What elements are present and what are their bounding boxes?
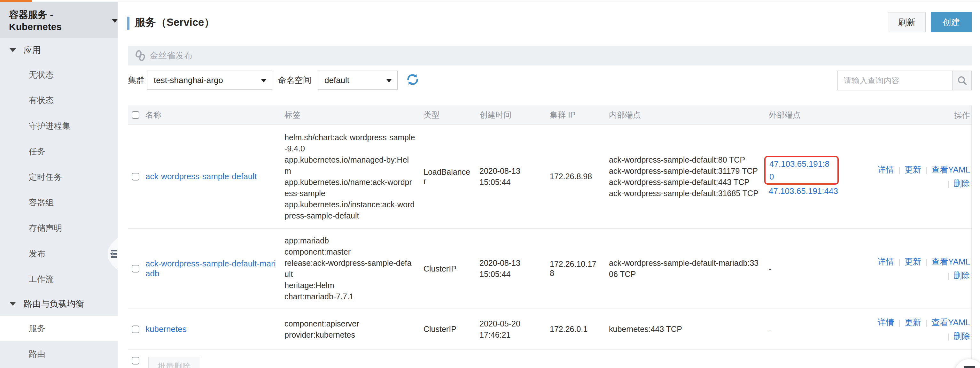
column-header-6: 外部端点 [769, 109, 847, 120]
action-separator: | [943, 179, 953, 188]
collapse-sidebar-icon [110, 249, 117, 259]
canary-release-banner[interactable]: 金丝雀发布 [128, 46, 972, 65]
external-endpoints-cell: - [769, 323, 847, 336]
row-checkbox[interactable] [132, 325, 139, 333]
action-separator: | [894, 257, 905, 266]
action-separator: | [943, 332, 953, 341]
row-checkbox[interactable] [132, 265, 139, 273]
row-checkbox[interactable] [132, 173, 139, 181]
type-cell: ClusterIP [423, 264, 479, 273]
sidebar-item-任务[interactable]: 任务 [0, 139, 118, 164]
type-cell: LoadBalancer [423, 167, 479, 186]
action-删除[interactable]: 删除 [953, 331, 970, 341]
sidebar-section-0[interactable]: 应用 [0, 38, 118, 62]
sidebar-section-label: 路由与负载均衡 [24, 298, 84, 309]
sidebar-item-无状态[interactable]: 无状态 [0, 62, 118, 87]
external-endpoint-line: - [769, 262, 839, 275]
action-查看YAML[interactable]: 查看YAML [931, 165, 970, 174]
title-accent-bar [127, 17, 129, 30]
labels-cell: app:mariadb component:master release:ack… [285, 229, 423, 309]
actions-line-2: |删除 [847, 269, 970, 282]
column-header-5: 内部端点 [609, 109, 769, 120]
footer-select-checkbox[interactable] [132, 357, 139, 365]
action-查看YAML[interactable]: 查看YAML [931, 257, 970, 266]
internal-endpoints-cell: kubernetes:443 TCP [609, 324, 769, 335]
search-input[interactable] [837, 71, 952, 90]
internal-endpoints-cell: ack-wordpress-sample-default-mariadb:330… [609, 257, 769, 280]
namespace-select[interactable]: default [318, 71, 398, 90]
action-删除[interactable]: 删除 [953, 179, 970, 188]
sidebar-item-存储声明[interactable]: 存储声明 [0, 215, 118, 241]
table-row: kubernetescomponent:apiserver provider:k… [128, 309, 971, 350]
page-header: 服务（Service） 刷新 创建 [127, 12, 972, 34]
action-详情[interactable]: 详情 [878, 317, 894, 327]
sidebar-nav: 应用无状态有状态守护进程集任务定时任务容器组存储声明发布工作流路由与负载均衡服务… [0, 38, 118, 367]
action-更新[interactable]: 更新 [905, 317, 921, 327]
external-endpoint-link[interactable]: 47.103.65.191:80 [769, 159, 829, 181]
external-endpoint-line: 47.103.65.191:80 [769, 156, 839, 185]
service-name-link[interactable]: kubernetes [145, 324, 187, 334]
namespace-select-value: default [325, 75, 349, 85]
internal-endpoints-cell: ack-wordpress-sample-default:80 TCP ack-… [609, 154, 769, 199]
sidebar-item-路由[interactable]: 路由 [0, 341, 118, 367]
brand-accent-bar [0, 0, 32, 2]
sidebar-item-发布[interactable]: 发布 [0, 241, 118, 266]
action-更新[interactable]: 更新 [905, 257, 921, 266]
sidebar-item-工作流[interactable]: 工作流 [0, 266, 118, 292]
service-name-cell: ack-wordpress-sample-default [145, 171, 285, 181]
type-cell: ClusterIP [423, 325, 479, 334]
action-separator: | [894, 165, 905, 174]
link-chain-icon [135, 50, 145, 61]
service-name-link[interactable]: ack-wordpress-sample-default [145, 171, 257, 181]
action-详情[interactable]: 详情 [878, 165, 894, 174]
row-select-cell [128, 173, 145, 181]
search-button[interactable] [952, 71, 972, 90]
service-name-link[interactable]: ack-wordpress-sample-default-mariadb [145, 259, 275, 278]
action-separator: | [921, 318, 931, 327]
table-footer: 批量删除 [128, 350, 971, 368]
batch-delete-button: 批量删除 [148, 357, 200, 368]
sidebar-item-守护进程集[interactable]: 守护进程集 [0, 113, 118, 139]
external-endpoint-line: 47.103.65.191:443 [769, 185, 839, 197]
action-删除[interactable]: 删除 [953, 271, 970, 280]
survey-icon [964, 366, 975, 368]
select-all-cell [128, 111, 145, 119]
sidebar-item-服务[interactable]: 服务 [0, 316, 118, 341]
action-查看YAML[interactable]: 查看YAML [931, 317, 970, 327]
sidebar-section-1[interactable]: 路由与负载均衡 [0, 292, 118, 316]
actions-cell: 详情|更新|查看YAML|删除 [847, 255, 971, 282]
table-row: ack-wordpress-sample-defaulthelm.sh/char… [128, 125, 971, 229]
sidebar-item-容器组[interactable]: 容器组 [0, 190, 118, 215]
created-time-cell: 2020-08-13 15:05:44 [479, 257, 550, 280]
refresh-button[interactable]: 刷新 [888, 12, 926, 32]
action-separator: | [921, 257, 931, 266]
select-all-checkbox[interactable] [132, 111, 139, 119]
action-更新[interactable]: 更新 [905, 165, 921, 174]
product-title: 容器服务 - Kubernetes [9, 8, 107, 32]
search-group [837, 71, 972, 90]
row-select-cell [128, 325, 145, 333]
cluster-select[interactable]: test-shanghai-argo [147, 71, 272, 90]
chevron-down-icon [112, 19, 118, 23]
action-详情[interactable]: 详情 [878, 257, 894, 266]
sidebar-item-定时任务[interactable]: 定时任务 [0, 164, 118, 190]
created-time-cell: 2020-08-13 15:05:44 [479, 165, 550, 188]
reload-list-icon[interactable] [405, 72, 420, 88]
create-button[interactable]: 创建 [931, 12, 972, 32]
product-switcher[interactable]: 容器服务 - Kubernetes [0, 2, 118, 38]
sidebar-item-有状态[interactable]: 有状态 [0, 87, 118, 113]
namespace-label: 命名空间 [278, 75, 311, 86]
service-name-cell: ack-wordpress-sample-default-mariadb [145, 259, 285, 279]
external-endpoint-link[interactable]: 47.103.65.191:443 [769, 186, 838, 196]
column-header-1: 标签 [285, 109, 423, 120]
actions-line-1: 详情|更新|查看YAML [847, 255, 970, 269]
chevron-down-icon [10, 48, 16, 52]
table-row: ack-wordpress-sample-default-mariadbapp:… [128, 229, 971, 309]
row-select-cell [128, 265, 145, 273]
table-body: ack-wordpress-sample-defaulthelm.sh/char… [128, 125, 971, 350]
created-time-cell: 2020-05-20 17:46:21 [479, 318, 550, 341]
external-endpoints-cell: 47.103.65.191:8047.103.65.191:443 [769, 156, 847, 197]
labels-cell: component:apiserver provider:kubernetes [285, 312, 423, 347]
external-endpoint-line: - [769, 323, 839, 336]
actions-line-2: |删除 [847, 329, 970, 343]
